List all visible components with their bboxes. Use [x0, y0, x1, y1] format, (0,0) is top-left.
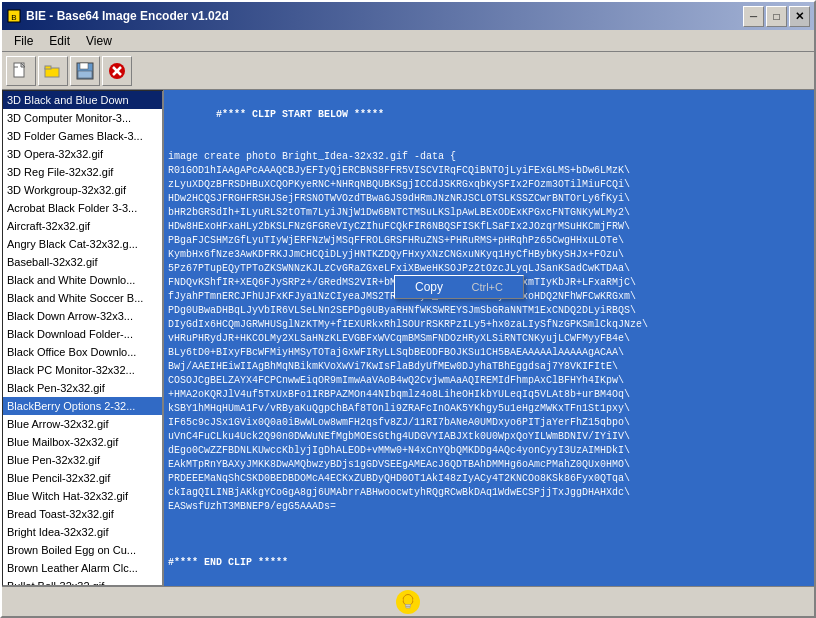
file-item-2[interactable]: 3D Folder Games Black-3... [3, 127, 162, 145]
menu-view[interactable]: View [78, 32, 120, 50]
file-item-1[interactable]: 3D Computer Monitor-3... [3, 109, 162, 127]
copy-label: Copy [415, 280, 443, 294]
window-title: BIE - Base64 Image Encoder v1.02d [26, 9, 229, 23]
svg-line-17 [412, 594, 414, 596]
svg-line-18 [403, 594, 405, 596]
copy-shortcut: Ctrl+C [472, 281, 503, 293]
file-item-4[interactable]: 3D Reg File-32x32.gif [3, 163, 162, 181]
svg-rect-9 [78, 71, 92, 78]
context-menu: Copy Ctrl+C [394, 275, 524, 299]
file-item-26[interactable]: Brown Leather Alarm Clc... [3, 559, 162, 577]
menu-file[interactable]: File [6, 32, 41, 50]
file-item-20[interactable]: Blue Pen-32x32.gif [3, 451, 162, 469]
file-list[interactable]: 3D Black and Blue Down 3D Computer Monit… [2, 90, 164, 586]
file-item-19[interactable]: Blue Mailbox-32x32.gif [3, 433, 162, 451]
clip-start-header: #**** CLIP START BELOW ***** [216, 109, 384, 120]
file-item-15[interactable]: Black PC Monitor-32x32... [3, 361, 162, 379]
file-item-18[interactable]: Blue Arrow-32x32.gif [3, 415, 162, 433]
file-item-10[interactable]: Black and White Downlo... [3, 271, 162, 289]
close-button[interactable]: ✕ [789, 6, 810, 27]
file-item-8[interactable]: Angry Black Cat-32x32.g... [3, 235, 162, 253]
minimize-button[interactable]: ─ [743, 6, 764, 27]
save-button[interactable] [70, 56, 100, 86]
clip-end-footer: #**** END CLIP ***** [168, 557, 288, 568]
svg-text:B: B [11, 13, 16, 22]
file-item-27[interactable]: Bullet Bell-32x32.gif [3, 577, 162, 586]
file-item-9[interactable]: Baseball-32x32.gif [3, 253, 162, 271]
stop-button[interactable] [102, 56, 132, 86]
file-item-24[interactable]: Bright Idea-32x32.gif [3, 523, 162, 541]
title-buttons: ─ □ ✕ [743, 6, 810, 27]
main-area: 3D Black and Blue Down 3D Computer Monit… [2, 90, 814, 586]
maximize-button[interactable]: □ [766, 6, 787, 27]
title-bar-left: B BIE - Base64 Image Encoder v1.02d [6, 8, 229, 24]
file-item-22[interactable]: Blue Witch Hat-32x32.gif [3, 487, 162, 505]
file-item-17[interactable]: BlackBerry Options 2-32... [3, 397, 162, 415]
menu-bar: File Edit View [2, 30, 814, 52]
toolbar [2, 52, 814, 90]
file-item-11[interactable]: Black and White Soccer B... [3, 289, 162, 307]
status-icon [396, 590, 420, 614]
open-button[interactable] [38, 56, 68, 86]
file-item-7[interactable]: Aircraft-32x32.gif [3, 217, 162, 235]
file-item-21[interactable]: Blue Pencil-32x32.gif [3, 469, 162, 487]
svg-rect-6 [45, 66, 51, 69]
text-display[interactable]: #**** CLIP START BELOW ***** image creat… [164, 90, 814, 586]
main-window: B BIE - Base64 Image Encoder v1.02d ─ □ … [0, 0, 816, 618]
file-item-6[interactable]: Acrobat Black Folder 3-3... [3, 199, 162, 217]
file-item-14[interactable]: Black Office Box Downlo... [3, 343, 162, 361]
file-item-3[interactable]: 3D Opera-32x32.gif [3, 145, 162, 163]
file-item-12[interactable]: Black Down Arrow-32x3... [3, 307, 162, 325]
file-item-16[interactable]: Black Pen-32x32.gif [3, 379, 162, 397]
new-button[interactable] [6, 56, 36, 86]
svg-rect-15 [406, 606, 410, 608]
file-item-0[interactable]: 3D Black and Blue Down [3, 91, 162, 109]
status-bar [2, 586, 814, 616]
content-text: image create photo Bright_Idea-32x32.gif… [168, 151, 648, 512]
svg-point-13 [403, 594, 413, 605]
file-item-23[interactable]: Bread Toast-32x32.gif [3, 505, 162, 523]
svg-rect-14 [406, 604, 411, 606]
menu-edit[interactable]: Edit [41, 32, 78, 50]
svg-rect-8 [80, 63, 88, 69]
file-item-25[interactable]: Brown Boiled Egg on Cu... [3, 541, 162, 559]
title-bar: B BIE - Base64 Image Encoder v1.02d ─ □ … [2, 2, 814, 30]
content-area: #**** CLIP START BELOW ***** image creat… [164, 90, 814, 586]
file-item-13[interactable]: Black Download Folder-... [3, 325, 162, 343]
file-item-5[interactable]: 3D Workgroup-32x32.gif [3, 181, 162, 199]
context-menu-copy[interactable]: Copy Ctrl+C [395, 276, 523, 298]
app-icon: B [6, 8, 22, 24]
